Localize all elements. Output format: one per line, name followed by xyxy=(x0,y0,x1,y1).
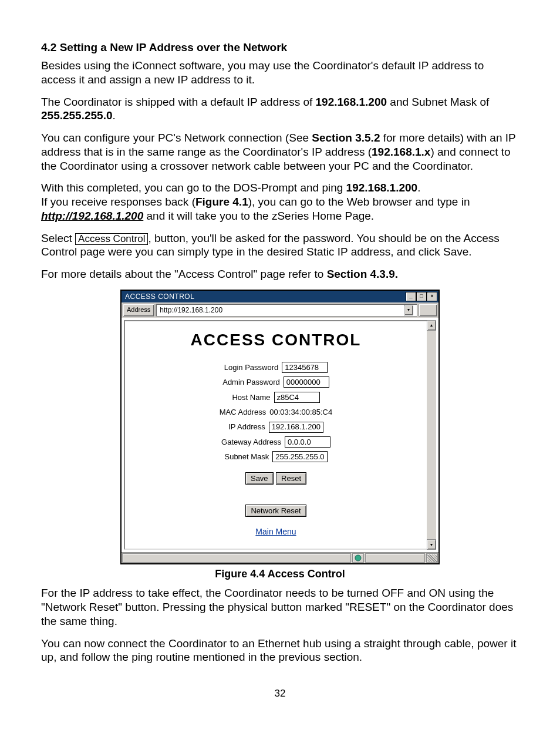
text: For more details about the "Access Contr… xyxy=(41,268,327,280)
text: ), you can go to the Web browser and typ… xyxy=(248,196,470,208)
address-label: Address xyxy=(123,304,154,317)
paragraph: For the IP address to take effect, the C… xyxy=(41,586,519,628)
ip-address-text: 192.168.1.200 xyxy=(316,96,387,108)
close-icon[interactable]: × xyxy=(427,292,437,301)
subnet-mask-label: Subnet Mask xyxy=(224,450,269,463)
text: . xyxy=(113,109,116,122)
internet-zone-icon xyxy=(352,553,364,563)
scroll-down-icon[interactable]: ▾ xyxy=(427,539,436,550)
host-name-input[interactable]: z85C4 xyxy=(274,392,320,403)
scroll-up-icon[interactable]: ▴ xyxy=(427,320,436,331)
network-reset-button[interactable]: Network Reset xyxy=(245,505,306,517)
figure-ref: Figure 4.1 xyxy=(195,196,248,208)
minimize-icon[interactable]: _ xyxy=(406,292,416,301)
text: . xyxy=(417,181,420,194)
window-controls: _ □ × xyxy=(406,292,437,301)
paragraph: With this completed, you can go to the D… xyxy=(41,181,519,223)
dropdown-icon[interactable]: ▾ xyxy=(404,305,413,315)
address-input[interactable]: http://192.168.1.200 ▾ xyxy=(156,304,417,317)
ip-address-input[interactable]: 192.168.1.200 xyxy=(269,422,323,433)
ip-range-text: 192.168.1.x xyxy=(372,146,430,158)
section-heading: 4.2 Setting a New IP Address over the Ne… xyxy=(41,41,519,54)
access-control-button-ref: Access Control xyxy=(75,233,148,246)
ip-address-label: IP Address xyxy=(228,420,265,433)
text: and Subnet Mask of xyxy=(387,96,489,108)
mac-address-label: MAC Address xyxy=(220,405,266,419)
window-title: ACCESS CONTROL xyxy=(125,292,194,301)
login-password-input[interactable]: 12345678 xyxy=(282,362,328,373)
maximize-icon[interactable]: □ xyxy=(416,292,427,301)
subnet-mask-text: 255.255.255.0 xyxy=(41,109,113,122)
go-button[interactable] xyxy=(419,304,437,317)
svg-point-0 xyxy=(355,555,361,561)
main-menu-link[interactable]: Main Menu xyxy=(255,527,296,536)
paragraph: You can configure your PC's Network conn… xyxy=(41,131,519,173)
page-heading: ACCESS CONTROL xyxy=(125,331,427,349)
page-number: 32 xyxy=(41,688,519,700)
ip-address-text: 192.168.1.200 xyxy=(346,181,418,194)
paragraph: For more details about the "Access Contr… xyxy=(41,267,519,281)
text: and it will take you to the zSeries Home… xyxy=(143,210,374,222)
mac-address-value: 00:03:34:00:85:C4 xyxy=(269,405,332,419)
host-name-label: Host Name xyxy=(232,391,270,404)
resize-grip-icon[interactable] xyxy=(426,553,438,563)
vertical-scrollbar[interactable]: ▴ ▾ xyxy=(427,320,436,550)
text: The Coordinator is shipped with a defaul… xyxy=(41,96,316,108)
admin-password-label: Admin Password xyxy=(222,375,280,389)
window-titlebar: ACCESS CONTROL _ □ × xyxy=(122,291,438,302)
status-bar xyxy=(122,552,438,563)
page-content: ACCESS CONTROL Login Password12345678 Ad… xyxy=(124,320,427,550)
paragraph: You can now connect the Coordinator to a… xyxy=(41,637,519,665)
address-bar: Address http://192.168.1.200 ▾ xyxy=(122,302,438,318)
text: With this completed, you can go to the D… xyxy=(41,181,346,194)
url-text: http://192.168.1.200 xyxy=(41,210,143,222)
paragraph: Besides using the iConnect software, you… xyxy=(41,59,519,87)
gateway-address-label: Gateway Address xyxy=(221,435,281,449)
gateway-address-input[interactable]: 0.0.0.0 xyxy=(285,436,330,448)
login-password-label: Login Password xyxy=(224,361,279,374)
browser-window: ACCESS CONTROL _ □ × Address http://192.… xyxy=(120,290,440,565)
text: You can configure your PC's Network conn… xyxy=(41,132,312,144)
section-ref: Section 4.3.9. xyxy=(327,268,398,280)
reset-button[interactable]: Reset xyxy=(276,472,306,485)
save-button[interactable]: Save xyxy=(245,472,274,485)
text: If you receive responses back ( xyxy=(41,196,195,208)
paragraph: The Coordinator is shipped with a defaul… xyxy=(41,95,519,123)
address-value: http://192.168.1.200 xyxy=(160,306,222,314)
section-ref: Section 3.5.2 xyxy=(312,132,380,144)
paragraph: Select Access Control, button, you'll be… xyxy=(41,231,519,260)
figure-caption: Figure 4.4 Access Control xyxy=(41,568,519,580)
admin-password-input[interactable]: 00000000 xyxy=(284,376,329,388)
subnet-mask-input[interactable]: 255.255.255.0 xyxy=(272,451,327,462)
text: Select xyxy=(41,232,75,244)
